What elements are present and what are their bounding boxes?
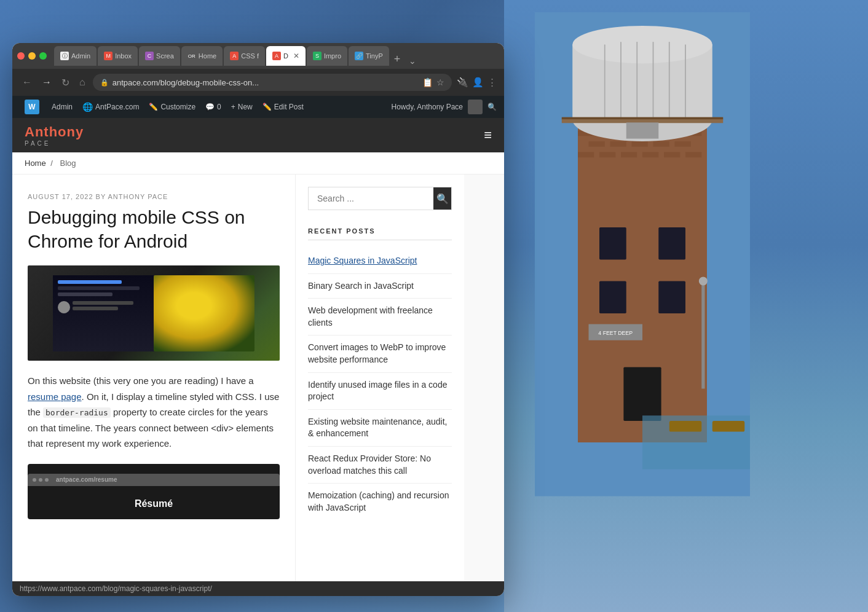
list-item[interactable]: React Redux Provider Store: No overload … bbox=[308, 447, 452, 484]
recent-posts-list: Magic Squares in JavaScript Binary Searc… bbox=[308, 249, 452, 520]
wp-admin-link[interactable]: Admin bbox=[47, 96, 77, 118]
wp-site-icon: 🌐 bbox=[82, 102, 93, 112]
resume-link[interactable]: resume page bbox=[28, 391, 82, 402]
svg-rect-10 bbox=[632, 141, 648, 147]
svg-rect-17 bbox=[664, 152, 680, 158]
site-logo-sub: PACE bbox=[25, 140, 84, 147]
maximize-button[interactable] bbox=[39, 52, 47, 60]
fake-bar bbox=[73, 307, 118, 310]
wp-customize[interactable]: ✏️ Customize bbox=[144, 96, 200, 118]
tab-favicon: A bbox=[230, 52, 239, 60]
recent-post-link[interactable]: Magic Squares in JavaScript bbox=[308, 256, 417, 265]
list-item[interactable]: Memoization (caching) and recursion with… bbox=[308, 484, 452, 520]
tab-home[interactable]: OR Home bbox=[181, 46, 223, 66]
fake-bar bbox=[58, 292, 112, 296]
tab-inbox[interactable]: M Inbox bbox=[98, 46, 138, 66]
svg-rect-23 bbox=[623, 367, 661, 422]
breadcrumb: Home / Blog bbox=[12, 152, 504, 175]
new-tab-button[interactable]: + bbox=[390, 53, 404, 66]
site-logo[interactable]: Anthony PACE bbox=[25, 124, 84, 147]
article-area: August 17, 2022 by Anthony Pace Debuggin… bbox=[12, 175, 295, 581]
tabs-container: ⓘ Admin M Inbox C Screa OR Home A CSS f … bbox=[54, 46, 499, 66]
svg-rect-16 bbox=[642, 152, 658, 158]
tab-favicon-active: A bbox=[272, 52, 281, 60]
browser-window: ⓘ Admin M Inbox C Screa OR Home A CSS f … bbox=[12, 43, 504, 596]
background-photo: 4 FEET DEEP bbox=[504, 0, 868, 612]
wp-site-name[interactable]: 🌐 AntPace.com bbox=[77, 96, 144, 118]
profile-button[interactable]: 👤 bbox=[472, 77, 484, 88]
screenshot-left bbox=[53, 275, 154, 351]
tab-favicon: C bbox=[145, 52, 154, 60]
address-input[interactable]: 🔒 antpace.com/blog/debug-mobile-css-on..… bbox=[93, 74, 452, 91]
list-item[interactable]: Binary Search in JavaScript bbox=[308, 274, 452, 299]
tab-tinyp[interactable]: 🔗 TinyP bbox=[349, 46, 389, 66]
close-button[interactable] bbox=[17, 52, 25, 60]
fake-bar bbox=[58, 286, 140, 290]
search-box: 🔍 bbox=[308, 187, 452, 210]
list-item[interactable]: Identify unused image files in a code pr… bbox=[308, 373, 452, 410]
svg-rect-13 bbox=[578, 152, 594, 158]
search-button[interactable]: 🔍 bbox=[433, 187, 451, 210]
resume-label: Résumé bbox=[135, 486, 173, 509]
svg-rect-20 bbox=[658, 227, 685, 260]
recent-posts-title: Recent Posts bbox=[308, 227, 452, 240]
list-item[interactable]: Convert images to WebP to improve websit… bbox=[308, 335, 452, 372]
svg-rect-15 bbox=[621, 152, 637, 158]
status-bar: https://www.antpace.com/blog/magic-squar… bbox=[12, 581, 504, 596]
tab-css[interactable]: A CSS f bbox=[224, 46, 265, 66]
tab-favicon: 🔗 bbox=[355, 52, 363, 60]
search-icon[interactable]: 🔍 bbox=[487, 103, 497, 111]
wp-comments[interactable]: 💬 0 bbox=[200, 96, 226, 118]
content-area: August 17, 2022 by Anthony Pace Debuggin… bbox=[12, 175, 504, 581]
address-bar: ← → ↻ ⌂ 🔒 antpace.com/blog/debug-mobile-… bbox=[12, 69, 504, 96]
search-input[interactable] bbox=[309, 187, 433, 210]
edit-icon: ✏️ bbox=[262, 103, 272, 111]
tab-admin[interactable]: ⓘ Admin bbox=[54, 46, 97, 66]
extensions-button[interactable]: 🔌 bbox=[457, 77, 468, 88]
breadcrumb-home[interactable]: Home bbox=[25, 159, 46, 168]
menu-button[interactable]: ⋮ bbox=[487, 77, 497, 88]
reload-button[interactable]: ↻ bbox=[59, 74, 72, 91]
tab-close-icon[interactable]: ✕ bbox=[293, 52, 299, 60]
recent-post-text: Existing website maintenance, audit, & e… bbox=[308, 417, 447, 439]
resume-preview: antpace.com/resume Résumé bbox=[28, 464, 280, 519]
tab-overflow-button[interactable]: ⌄ bbox=[405, 56, 420, 66]
wp-logo-item[interactable]: W bbox=[20, 96, 47, 118]
svg-rect-8 bbox=[589, 141, 605, 147]
minimize-button[interactable] bbox=[28, 52, 36, 60]
hamburger-menu-button[interactable]: ≡ bbox=[484, 127, 492, 143]
svg-rect-19 bbox=[599, 227, 626, 260]
tab-favicon: M bbox=[104, 52, 112, 60]
tab-favicon: ⓘ bbox=[60, 52, 69, 60]
wp-logo-icon: W bbox=[25, 100, 39, 114]
svg-rect-35 bbox=[626, 122, 659, 138]
svg-rect-40 bbox=[712, 421, 745, 432]
wp-new[interactable]: + New bbox=[226, 96, 258, 118]
yellow-flower-image bbox=[154, 275, 254, 351]
list-item[interactable]: Web development with freelance clients bbox=[308, 299, 452, 335]
resume-preview-bar: antpace.com/resume bbox=[28, 474, 280, 486]
tab-improve[interactable]: S Impro bbox=[307, 46, 347, 66]
page-content: Home / Blog August 17, 2022 by Anthony P… bbox=[12, 152, 504, 581]
list-item[interactable]: Existing website maintenance, audit, & e… bbox=[308, 410, 452, 447]
breadcrumb-current: Blog bbox=[60, 159, 76, 168]
back-button[interactable]: ← bbox=[20, 74, 34, 90]
svg-rect-11 bbox=[653, 141, 669, 147]
site-nav: Anthony PACE ≡ bbox=[12, 118, 504, 152]
forward-button[interactable]: → bbox=[39, 74, 54, 90]
lock-icon: 🔒 bbox=[100, 79, 109, 87]
dot bbox=[39, 478, 42, 482]
svg-point-26 bbox=[572, 26, 712, 63]
wp-edit-post[interactable]: ✏️ Edit Post bbox=[258, 96, 309, 118]
recent-post-text: Binary Search in JavaScript bbox=[308, 281, 414, 291]
recent-post-text: React Redux Provider Store: No overload … bbox=[308, 453, 431, 476]
list-item[interactable]: Magic Squares in JavaScript bbox=[308, 249, 452, 274]
article-title: Debugging mobile CSS on Chrome for Andro… bbox=[28, 205, 280, 253]
tab-active[interactable]: A D ✕ bbox=[266, 46, 306, 66]
home-button[interactable]: ⌂ bbox=[77, 74, 88, 90]
new-icon: + bbox=[231, 103, 235, 111]
howdy-text: Howdy, Anthony Pace bbox=[391, 103, 463, 111]
recent-post-text: Web development with freelance clients bbox=[308, 305, 433, 328]
article-meta: August 17, 2022 by Anthony Pace bbox=[28, 193, 280, 200]
tab-scream[interactable]: C Screa bbox=[139, 46, 180, 66]
